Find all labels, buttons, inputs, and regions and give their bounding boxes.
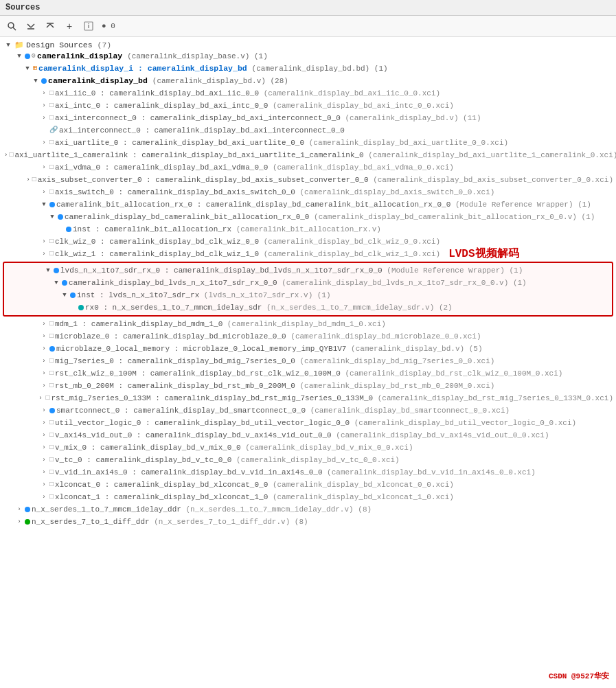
src-icon: □ <box>49 236 54 247</box>
dot-icon <box>62 280 67 286</box>
toolbar: + ● 0 <box>0 16 616 37</box>
list-item[interactable]: › smartconnect_0 : cameralink_display_bd… <box>0 404 616 417</box>
lvds-highlighted-section: ▼ lvds_n_x_1to7_sdr_rx_0 : cameralink_di… <box>3 262 613 317</box>
list-item[interactable]: › □ mdm_1 : cameralink_display_bd_mdm_1_… <box>0 318 616 330</box>
dot-icon <box>41 78 47 84</box>
expand-all-button[interactable] <box>43 19 58 34</box>
counter-display: ● 0 <box>102 22 115 30</box>
src-icon: □ <box>49 380 54 391</box>
list-item[interactable]: › □ axi_uartlite_1_cameralink : camerali… <box>0 149 616 161</box>
list-item[interactable]: › □ v_tc_0 : cameralink_display_bd_v_tc_… <box>0 454 616 466</box>
src-icon: □ <box>9 150 13 161</box>
lvds-annotation: LVDS视频解码 <box>448 249 518 260</box>
window-title: Sources <box>0 0 616 16</box>
src-icon: □ <box>49 492 54 503</box>
list-item[interactable]: › □ v_mix_0 : cameralink_display_bd_v_mi… <box>0 442 616 454</box>
list-item[interactable]: › microblaze_0_local_memory : microblaze… <box>0 343 616 355</box>
collapse-all-button[interactable] <box>23 19 38 34</box>
src-icon: □ <box>49 417 54 428</box>
dot-icon <box>58 214 63 220</box>
list-item[interactable]: › n_x_serdes_1_to_7_mmcm_idelay_ddr (n_x… <box>0 503 616 516</box>
list-item[interactable]: › □ mig_7series_0 : cameralink_display_b… <box>0 355 616 367</box>
src-icon: □ <box>49 113 54 124</box>
design-sources-chevron[interactable]: ▼ <box>4 42 12 49</box>
dot-icon <box>49 346 55 352</box>
list-item[interactable]: › □ rst_clk_wiz_0_100M : cameralink_disp… <box>0 367 616 380</box>
list-item[interactable]: ▼ ⚙ cameralink_display (cameralink_displ… <box>0 50 616 62</box>
src-icon: □ <box>49 331 54 342</box>
add-sources-button[interactable]: + <box>62 19 77 34</box>
svg-point-0 <box>8 23 14 28</box>
design-sources-folder-icon: 📁 <box>14 41 24 49</box>
list-item[interactable]: › □ rst_mig_7series_0_133M : cameralink_… <box>0 392 616 404</box>
list-item[interactable]: › □ util_vector_logic_0 : cameralink_dis… <box>0 417 616 429</box>
list-item[interactable]: ▼ cameralink_display_bd_lvds_n_x_1to7_sd… <box>4 277 612 289</box>
csdn-watermark: CSDN @9527华安 <box>549 671 609 681</box>
src-icon: □ <box>32 174 36 185</box>
list-item[interactable]: ▼ lvds_n_x_1to7_sdr_rx_0 : cameralink_di… <box>4 264 612 277</box>
src-icon: □ <box>49 162 54 173</box>
src-icon: □ <box>49 100 54 111</box>
src-icon: □ <box>49 479 54 490</box>
list-item[interactable]: ▼ cameralink_bit_allocation_rx_0 : camer… <box>0 198 616 211</box>
dot-icon <box>78 305 84 310</box>
src-icon: □ <box>49 249 54 260</box>
dot-icon <box>49 202 55 207</box>
list-item[interactable]: › □ clk_wiz_1 : cameralink_display_bd_cl… <box>0 248 616 260</box>
list-item[interactable]: ▼ ⊞ cameralink_display_i : cameralink_di… <box>0 62 616 75</box>
svg-line-3 <box>31 24 34 27</box>
design-sources-label: Design Sources (7) <box>26 41 111 49</box>
list-item[interactable]: › □ v_axi4s_vid_out_0 : cameralink_displ… <box>0 429 616 442</box>
src-icon: □ <box>49 187 54 198</box>
src-icon: □ <box>49 467 54 478</box>
src-icon: □ <box>49 319 54 330</box>
link-icon: 🔗 <box>49 125 58 136</box>
list-item[interactable]: ▼ cameralink_display_bd_cameralink_bit_a… <box>0 211 616 223</box>
list-item[interactable]: › □ microblaze_0 : cameralink_display_bd… <box>0 330 616 343</box>
src-icon: □ <box>49 137 54 148</box>
info-button[interactable] <box>81 19 96 34</box>
dot-icon <box>54 268 59 273</box>
dot-icon <box>66 227 71 232</box>
list-item[interactable]: › □ axis_switch_0 : cameralink_display_b… <box>0 186 616 198</box>
sources-tree: ▼ 📁 Design Sources (7) ▼ ⚙ cameralink_di… <box>0 37 616 688</box>
list-item[interactable]: ▼ inst : lvds_n_x_1to7_sdr_rx (lvds_n_x_… <box>4 289 612 301</box>
list-item[interactable]: ▼ inst : cameralink_bit_allocation_rx (c… <box>0 223 616 236</box>
list-item[interactable]: › □ rst_mb_0_200M : cameralink_display_b… <box>0 380 616 392</box>
list-item[interactable]: › □ v_vid_in_axi4s_0 : cameralink_displa… <box>0 466 616 479</box>
list-item[interactable]: › □ clk_wiz_0 : cameralink_display_bd_cl… <box>0 236 616 248</box>
svg-point-10 <box>88 23 89 25</box>
list-item[interactable]: ▼ rx0 : n_x_serdes_1_to_7_mmcm_idelay_sd… <box>4 301 612 314</box>
dot-icon <box>25 54 30 59</box>
dot-icon <box>49 408 55 413</box>
list-item[interactable]: › □ axis_subset_converter_0 : cameralink… <box>0 174 616 186</box>
src-icon: □ <box>49 442 54 453</box>
design-sources-header[interactable]: ▼ 📁 Design Sources (7) <box>0 40 616 50</box>
src-icon: □ <box>49 455 54 466</box>
svg-line-2 <box>27 24 31 27</box>
list-item[interactable]: › n_x_serdes_7_to_1_diff_ddr (n_x_serdes… <box>0 516 616 528</box>
svg-line-6 <box>50 24 54 27</box>
svg-line-1 <box>13 27 16 30</box>
src-icon: □ <box>49 356 54 367</box>
list-item[interactable]: › □ axi_intc_0 : cameralink_display_bd_a… <box>0 100 616 112</box>
list-item[interactable]: › □ axi_iic_0 : cameralink_display_bd_ax… <box>0 87 616 100</box>
dot-icon <box>25 507 30 512</box>
hierarchy-icon: ⊞ <box>33 63 37 74</box>
dot-icon <box>25 519 30 525</box>
src-icon: □ <box>49 430 54 441</box>
list-item[interactable]: › 🔗 axi_interconnect_0 : cameralink_disp… <box>0 124 616 137</box>
src-icon: □ <box>49 368 54 379</box>
dot-icon <box>70 293 76 298</box>
list-item[interactable]: › □ axi_interconnect_0 : cameralink_disp… <box>0 112 616 124</box>
list-item[interactable]: ▼ cameralink_display_bd (cameralink_disp… <box>0 75 616 87</box>
list-item[interactable]: › □ axi_uartlite_0 : cameralink_display_… <box>0 137 616 149</box>
list-item[interactable]: › □ xlconcat_0 : cameralink_display_bd_x… <box>0 479 616 491</box>
src-icon: □ <box>49 88 54 99</box>
svg-line-5 <box>47 24 50 27</box>
src-icon: □ <box>45 393 49 404</box>
search-button[interactable] <box>4 19 19 34</box>
list-item[interactable]: › □ xlconcat_1 : cameralink_display_bd_x… <box>0 491 616 503</box>
list-item[interactable]: › □ axi_vdma_0 : cameralink_display_bd_a… <box>0 161 616 174</box>
